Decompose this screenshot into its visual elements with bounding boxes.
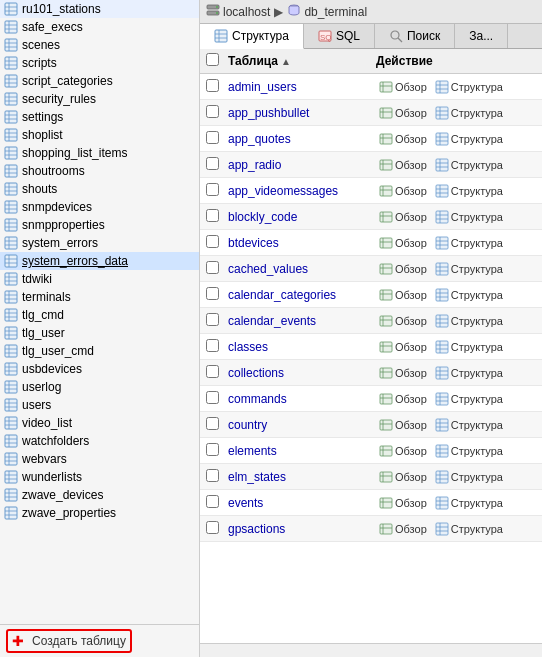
structure-button[interactable]: Структура <box>432 157 506 173</box>
row-checkbox[interactable] <box>206 521 219 534</box>
browse-button[interactable]: Обзор <box>376 417 430 433</box>
row-checkbox[interactable] <box>206 339 219 352</box>
structure-button[interactable]: Структура <box>432 391 506 407</box>
sidebar-item-video_list[interactable]: video_list <box>0 414 199 432</box>
table-name-link[interactable]: app_videomessages <box>228 184 376 198</box>
browse-button[interactable]: Обзор <box>376 365 430 381</box>
table-name-link[interactable]: app_pushbullet <box>228 106 376 120</box>
table-name-link[interactable]: app_quotes <box>228 132 376 146</box>
table-name-link[interactable]: calendar_events <box>228 314 376 328</box>
browse-button[interactable]: Обзор <box>376 443 430 459</box>
browse-button[interactable]: Обзор <box>376 79 430 95</box>
sidebar-item-shoutrooms[interactable]: shoutrooms <box>0 162 199 180</box>
tab-структура[interactable]: Структура <box>200 24 304 49</box>
row-checkbox[interactable] <box>206 443 219 456</box>
create-table-button[interactable]: ✚ Создать таблицу <box>0 624 199 657</box>
table-name-link[interactable]: classes <box>228 340 376 354</box>
table-name-link[interactable]: elm_states <box>228 470 376 484</box>
table-name-link[interactable]: app_radio <box>228 158 376 172</box>
sidebar-item-shopping_list_items[interactable]: shopping_list_items <box>0 144 199 162</box>
structure-button[interactable]: Структура <box>432 495 506 511</box>
row-checkbox[interactable] <box>206 391 219 404</box>
browse-button[interactable]: Обзор <box>376 209 430 225</box>
structure-button[interactable]: Структура <box>432 443 506 459</box>
browse-button[interactable]: Обзор <box>376 313 430 329</box>
table-name-link[interactable]: collections <box>228 366 376 380</box>
sidebar-item-scripts[interactable]: scripts <box>0 54 199 72</box>
structure-button[interactable]: Структура <box>432 131 506 147</box>
table-name-link[interactable]: calendar_categories <box>228 288 376 302</box>
sidebar-item-webvars[interactable]: webvars <box>0 450 199 468</box>
row-checkbox[interactable] <box>206 417 219 430</box>
sidebar-item-shoplist[interactable]: shoplist <box>0 126 199 144</box>
tab-поиск[interactable]: Поиск <box>375 24 455 48</box>
sidebar-item-terminals[interactable]: terminals <box>0 288 199 306</box>
structure-button[interactable]: Структура <box>432 313 506 329</box>
browse-button[interactable]: Обзор <box>376 235 430 251</box>
sidebar-item-usbdevices[interactable]: usbdevices <box>0 360 199 378</box>
browse-button[interactable]: Обзор <box>376 391 430 407</box>
sidebar-item-tlg_cmd[interactable]: tlg_cmd <box>0 306 199 324</box>
sidebar-item-security_rules[interactable]: security_rules <box>0 90 199 108</box>
sidebar-item-system_errors[interactable]: system_errors <box>0 234 199 252</box>
table-name-link[interactable]: country <box>228 418 376 432</box>
table-name-link[interactable]: events <box>228 496 376 510</box>
sidebar-item-tdwiki[interactable]: tdwiki <box>0 270 199 288</box>
structure-button[interactable]: Структура <box>432 105 506 121</box>
browse-button[interactable]: Обзор <box>376 469 430 485</box>
table-name-link[interactable]: admin_users <box>228 80 376 94</box>
row-checkbox[interactable] <box>206 131 219 144</box>
sidebar-item-tlg_user[interactable]: tlg_user <box>0 324 199 342</box>
structure-button[interactable]: Структура <box>432 521 506 537</box>
row-checkbox[interactable] <box>206 287 219 300</box>
tab-за...[interactable]: За... <box>455 24 508 48</box>
sidebar-item-users[interactable]: users <box>0 396 199 414</box>
row-checkbox[interactable] <box>206 79 219 92</box>
row-checkbox[interactable] <box>206 105 219 118</box>
browse-button[interactable]: Обзор <box>376 495 430 511</box>
row-checkbox[interactable] <box>206 209 219 222</box>
tab-sql[interactable]: SQLSQL <box>304 24 375 48</box>
table-name-link[interactable]: btdevices <box>228 236 376 250</box>
browse-button[interactable]: Обзор <box>376 105 430 121</box>
sidebar-item-snmpdevices[interactable]: snmpdevices <box>0 198 199 216</box>
sidebar-item-settings[interactable]: settings <box>0 108 199 126</box>
browse-button[interactable]: Обзор <box>376 339 430 355</box>
structure-button[interactable]: Структура <box>432 209 506 225</box>
sidebar-item-scenes[interactable]: scenes <box>0 36 199 54</box>
select-all-checkbox[interactable] <box>206 53 219 66</box>
browse-button[interactable]: Обзор <box>376 131 430 147</box>
sidebar-item-userlog[interactable]: userlog <box>0 378 199 396</box>
browse-button[interactable]: Обзор <box>376 287 430 303</box>
row-checkbox[interactable] <box>206 261 219 274</box>
row-checkbox[interactable] <box>206 183 219 196</box>
browse-button[interactable]: Обзор <box>376 157 430 173</box>
structure-button[interactable]: Структура <box>432 287 506 303</box>
row-checkbox[interactable] <box>206 469 219 482</box>
sort-arrow-icon[interactable]: ▲ <box>281 56 291 67</box>
structure-button[interactable]: Структура <box>432 365 506 381</box>
table-name-link[interactable]: commands <box>228 392 376 406</box>
structure-button[interactable]: Структура <box>432 79 506 95</box>
sidebar-list[interactable]: ru101_stations safe_execs scenes <box>0 0 199 624</box>
row-checkbox[interactable] <box>206 495 219 508</box>
sidebar-item-watchfolders[interactable]: watchfolders <box>0 432 199 450</box>
structure-button[interactable]: Структура <box>432 183 506 199</box>
sidebar-item-safe_execs[interactable]: safe_execs <box>0 18 199 36</box>
table-name-link[interactable]: cached_values <box>228 262 376 276</box>
sidebar-item-system_errors_data[interactable]: system_errors_data <box>0 252 199 270</box>
row-checkbox[interactable] <box>206 313 219 326</box>
browse-button[interactable]: Обзор <box>376 183 430 199</box>
sidebar-item-wunderlists[interactable]: wunderlists <box>0 468 199 486</box>
table-name-link[interactable]: elements <box>228 444 376 458</box>
table-name-link[interactable]: blockly_code <box>228 210 376 224</box>
browse-button[interactable]: Обзор <box>376 521 430 537</box>
sidebar-item-snmpproperties[interactable]: snmpproperties <box>0 216 199 234</box>
horizontal-scrollbar[interactable] <box>200 643 542 657</box>
structure-button[interactable]: Структура <box>432 261 506 277</box>
structure-button[interactable]: Структура <box>432 417 506 433</box>
row-checkbox[interactable] <box>206 235 219 248</box>
table-name-link[interactable]: gpsactions <box>228 522 376 536</box>
structure-button[interactable]: Структура <box>432 339 506 355</box>
row-checkbox[interactable] <box>206 157 219 170</box>
